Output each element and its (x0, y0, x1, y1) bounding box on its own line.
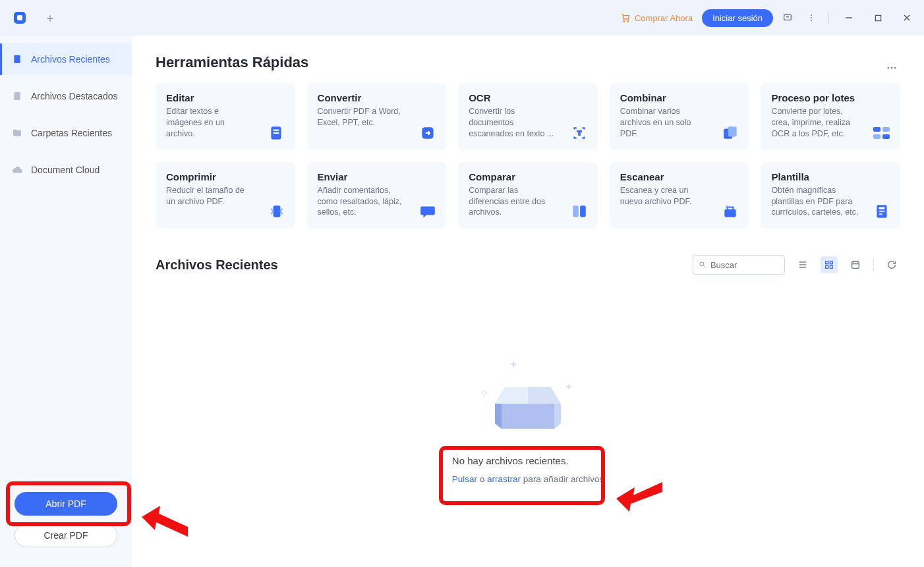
tool-title: Combinar (620, 92, 739, 103)
tool-title: Comparar (469, 171, 587, 182)
open-pdf-button[interactable]: Abrir PDF (14, 492, 117, 516)
app-logo-tab[interactable] (5, 5, 34, 31)
tool-card-edit[interactable]: Editar Editar textos e imágenes en un ar… (156, 83, 295, 150)
scan-icon (721, 202, 739, 221)
svg-rect-33 (879, 207, 885, 209)
search-box[interactable] (693, 255, 785, 275)
feedback-icon[interactable] (778, 9, 797, 27)
quick-tools-heading: Herramientas Rápidas (156, 54, 308, 71)
svg-rect-55 (502, 404, 554, 429)
tool-desc: Convertir los documentos escaneados en t… (469, 106, 587, 140)
tool-title: OCR (469, 92, 587, 103)
compress-icon (268, 202, 286, 221)
svg-rect-19 (273, 132, 279, 134)
compare-icon (570, 202, 589, 221)
svg-rect-25 (882, 127, 890, 132)
tool-title: Convertir (318, 92, 436, 103)
svg-rect-41 (826, 261, 828, 264)
tool-card-combine[interactable]: Combinar Combinar varios archivos en un … (610, 83, 749, 150)
svg-rect-12 (14, 55, 20, 63)
new-tab-button[interactable]: ＋ (37, 5, 63, 31)
star-page-icon (11, 90, 23, 102)
empty-subtitle: Pulsar o arrastrar para añadir archivos (452, 474, 604, 484)
combine-icon (721, 124, 739, 142)
svg-rect-9 (875, 15, 881, 20)
batch-icon (873, 124, 891, 142)
quick-tools-grid: Editar Editar textos e imágenes en un ar… (156, 83, 900, 229)
search-input[interactable] (710, 260, 779, 270)
titlebar: ＋ Comprar Ahora Iniciar sesión (0, 0, 924, 36)
cart-icon (620, 13, 631, 23)
tool-card-batch[interactable]: Proceso por lotes Convierte por lotes, c… (761, 83, 900, 150)
list-view-icon[interactable] (794, 256, 811, 273)
buy-now-label: Comprar Ahora (635, 13, 693, 23)
svg-line-37 (703, 266, 705, 267)
grid-view-icon[interactable] (821, 256, 838, 273)
tool-card-send[interactable]: Enviar Añadir comentarios, como resaltad… (307, 162, 447, 229)
svg-marker-57 (554, 404, 561, 429)
search-icon (699, 260, 707, 269)
tool-desc: Escanea y crea un nuevo archivo PDF. (620, 185, 739, 207)
tool-desc: Reducir el tamaño de un archivo PDF. (166, 185, 285, 207)
tool-title: Editar (166, 92, 285, 103)
svg-rect-44 (830, 266, 832, 269)
svg-marker-56 (495, 404, 502, 429)
sidebar-item-featured-files[interactable]: Archivos Destacados (0, 80, 132, 112)
ocr-icon: T (570, 124, 589, 142)
svg-rect-43 (826, 266, 828, 269)
refresh-icon[interactable] (883, 256, 900, 273)
sidebar-item-label: Carpetas Recientes (31, 128, 112, 138)
svg-point-53 (482, 391, 486, 395)
svg-rect-13 (14, 92, 20, 100)
create-pdf-button[interactable]: Crear PDF (14, 524, 117, 547)
pulsar-link[interactable]: Pulsar (452, 474, 477, 484)
sidebar-item-recent-folders[interactable]: Carpetas Recientes (0, 117, 132, 149)
window-minimize-button[interactable] (837, 9, 861, 27)
more-tools-icon[interactable] (883, 59, 900, 78)
page-icon (11, 53, 23, 65)
app-logo-icon (12, 10, 28, 26)
sidebar-item-recent-files[interactable]: Archivos Recientes (0, 43, 132, 75)
sidebar-item-document-cloud[interactable]: Document Cloud (0, 154, 132, 186)
svg-point-7 (811, 20, 812, 21)
svg-point-5 (811, 14, 812, 16)
sidebar: Archivos Recientes Archivos Destacados C… (0, 36, 132, 567)
tool-card-convert[interactable]: Convertir Convertir PDF a Word, Excel, P… (307, 83, 447, 150)
tool-card-compare[interactable]: Comparar Comparar las diferencias entre … (458, 162, 598, 229)
svg-rect-31 (725, 209, 736, 217)
edit-icon (268, 124, 286, 142)
svg-rect-29 (573, 206, 579, 217)
empty-box-illustration (475, 358, 581, 437)
empty-title: No hay archivos recientes. (452, 455, 604, 466)
tool-card-template[interactable]: Plantilla Obtén magníficas plantillas en… (761, 162, 900, 229)
arrastrar-link[interactable]: arrastrar (487, 474, 521, 484)
login-button[interactable]: Iniciar sesión (702, 9, 773, 27)
svg-point-14 (887, 67, 889, 68)
kebab-menu-icon[interactable] (802, 9, 821, 27)
svg-point-2 (623, 20, 625, 22)
calendar-view-icon[interactable] (847, 256, 864, 273)
svg-rect-28 (273, 206, 280, 217)
window-close-button[interactable] (895, 9, 919, 27)
convert-icon (419, 124, 437, 142)
svg-rect-18 (273, 129, 279, 130)
svg-rect-1 (17, 15, 22, 20)
tool-card-compress[interactable]: Comprimir Reducir el tamaño de un archiv… (156, 162, 295, 229)
svg-point-15 (891, 67, 893, 68)
tool-card-ocr[interactable]: OCR Convertir los documentos escaneados … (458, 83, 598, 150)
tool-title: Comprimir (166, 171, 285, 182)
svg-rect-24 (873, 127, 881, 132)
buy-now-link[interactable]: Comprar Ahora (616, 10, 697, 26)
svg-rect-27 (882, 134, 890, 139)
tool-card-scan[interactable]: Escanear Escanea y crea un nuevo archivo… (610, 162, 749, 229)
window-maximize-button[interactable] (866, 9, 890, 27)
tool-desc: Comparar las diferencias entre dos archi… (469, 185, 587, 219)
sidebar-item-label: Archivos Recientes (31, 54, 110, 65)
svg-rect-42 (830, 261, 832, 264)
template-icon (873, 202, 891, 221)
sidebar-item-label: Archivos Destacados (31, 91, 118, 101)
tool-desc: Convertir PDF a Word, Excel, PPT, etc. (318, 106, 436, 128)
svg-rect-45 (852, 262, 859, 269)
recent-files-heading: Archivos Recientes (156, 257, 278, 273)
svg-point-36 (700, 262, 704, 266)
